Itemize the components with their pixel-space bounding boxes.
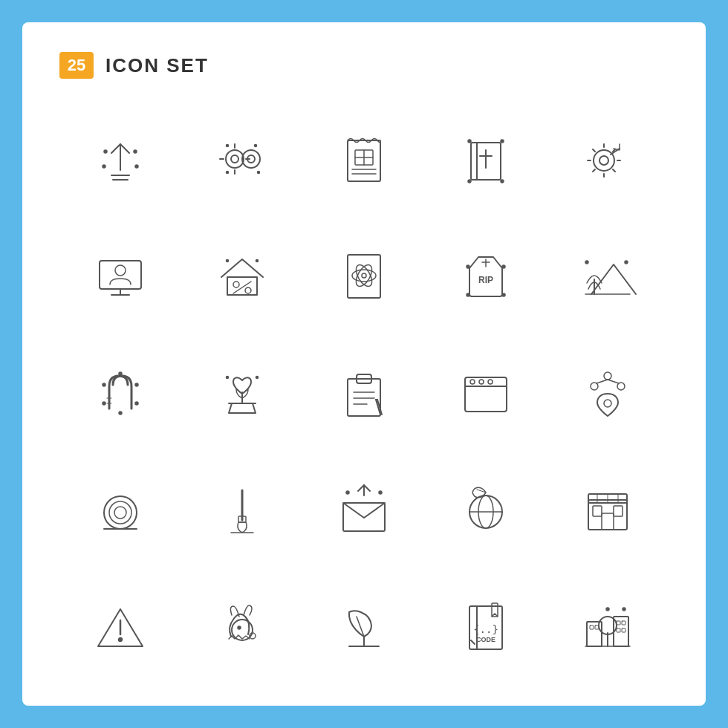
svg-point-102: [109, 501, 131, 524]
svg-rect-134: [492, 603, 498, 617]
icon-bread-roll: [59, 450, 181, 567]
icon-shop-store: [547, 450, 669, 567]
svg-point-149: [606, 608, 609, 611]
svg-point-103: [114, 507, 126, 519]
svg-point-110: [346, 491, 349, 494]
svg-point-62: [467, 265, 469, 268]
svg-point-75: [135, 402, 138, 405]
icon-clipboard-pen: [303, 334, 425, 451]
icon-leaf-sprout: [303, 567, 425, 683]
icon-upload-arrow: [59, 101, 181, 218]
svg-point-16: [255, 145, 257, 147]
svg-point-33: [594, 150, 614, 171]
svg-point-76: [119, 372, 122, 375]
svg-point-3: [104, 150, 107, 153]
svg-point-80: [227, 376, 229, 378]
icon-paintbrush: [181, 450, 303, 567]
svg-point-93: [479, 380, 484, 384]
icon-bible-cross: [425, 101, 547, 218]
svg-line-98: [597, 380, 608, 383]
svg-point-68: [585, 261, 588, 264]
svg-rect-140: [590, 625, 594, 629]
svg-rect-48: [227, 277, 257, 295]
header: 25 ICON SET: [59, 52, 669, 79]
icon-network-pin: [547, 334, 669, 451]
page-title: ICON SET: [105, 54, 209, 77]
svg-rect-118: [593, 506, 602, 516]
svg-rect-120: [602, 513, 614, 530]
icon-settings-gears: [181, 101, 303, 218]
icon-atom-document: [303, 218, 425, 334]
svg-rect-82: [348, 379, 380, 416]
svg-point-30: [501, 140, 504, 143]
svg-line-39: [593, 149, 595, 152]
icon-gear-target: [547, 101, 669, 218]
svg-point-111: [379, 491, 382, 494]
svg-line-41: [593, 169, 595, 172]
svg-point-45: [115, 265, 126, 276]
icon-candy-cane: [59, 334, 181, 451]
svg-line-99: [608, 380, 619, 383]
svg-point-58: [362, 273, 366, 278]
svg-rect-145: [622, 628, 625, 632]
svg-point-31: [468, 180, 471, 183]
svg-point-128: [238, 626, 241, 629]
svg-point-77: [119, 412, 122, 415]
icon-coffin-rip: RIP: [425, 218, 547, 334]
svg-text:{..}: {..}: [473, 623, 498, 635]
svg-point-17: [227, 172, 229, 174]
svg-point-34: [599, 156, 608, 165]
icon-globe-leaf: [425, 450, 547, 567]
svg-point-52: [227, 260, 229, 262]
svg-rect-144: [617, 628, 620, 632]
svg-point-50: [245, 287, 251, 293]
icon-plant-heart: [181, 334, 303, 451]
icon-city-tree: [547, 567, 669, 683]
svg-line-42: [613, 169, 615, 172]
icon-browser-window: [425, 334, 547, 451]
svg-point-49: [233, 282, 239, 287]
svg-point-95: [604, 372, 611, 380]
svg-point-72: [103, 383, 105, 386]
icon-code-book: {..} CODE: [425, 567, 547, 683]
svg-point-6: [135, 165, 138, 168]
svg-point-57: [353, 262, 375, 289]
svg-rect-116: [588, 500, 627, 530]
main-card: 25 ICON SET: [22, 22, 706, 706]
icon-mail-upload: [303, 450, 425, 567]
svg-point-125: [119, 637, 123, 641]
svg-text:RIP: RIP: [478, 275, 493, 285]
svg-point-5: [103, 165, 105, 168]
svg-point-69: [625, 261, 628, 264]
svg-point-32: [501, 180, 504, 183]
svg-point-81: [256, 376, 259, 378]
svg-point-53: [256, 260, 259, 262]
icon-warning-triangle: [59, 567, 181, 683]
svg-point-7: [226, 150, 244, 168]
svg-point-150: [623, 608, 625, 611]
svg-rect-119: [614, 506, 623, 516]
svg-point-55: [352, 270, 376, 282]
svg-point-63: [502, 265, 505, 268]
svg-point-92: [470, 380, 475, 384]
icon-video-call: [59, 218, 181, 334]
icons-grid: RIP: [59, 101, 669, 683]
svg-rect-143: [622, 621, 625, 625]
svg-point-64: [467, 293, 469, 296]
svg-text:CODE: CODE: [476, 636, 495, 643]
svg-rect-90: [465, 377, 507, 412]
svg-point-4: [134, 150, 137, 153]
icon-house-percent: [181, 218, 303, 334]
svg-line-135: [471, 640, 475, 644]
svg-point-18: [258, 172, 260, 174]
svg-point-94: [488, 380, 493, 384]
icon-bank-receipt: [303, 101, 425, 218]
icon-rabbit-egg: [181, 567, 303, 683]
icon-tree-mountain: [547, 218, 669, 334]
svg-point-74: [103, 402, 105, 405]
svg-point-8: [231, 155, 238, 163]
icon-count: 25: [59, 52, 94, 79]
svg-point-15: [227, 145, 229, 147]
svg-point-9: [242, 150, 260, 168]
svg-point-100: [604, 400, 611, 407]
